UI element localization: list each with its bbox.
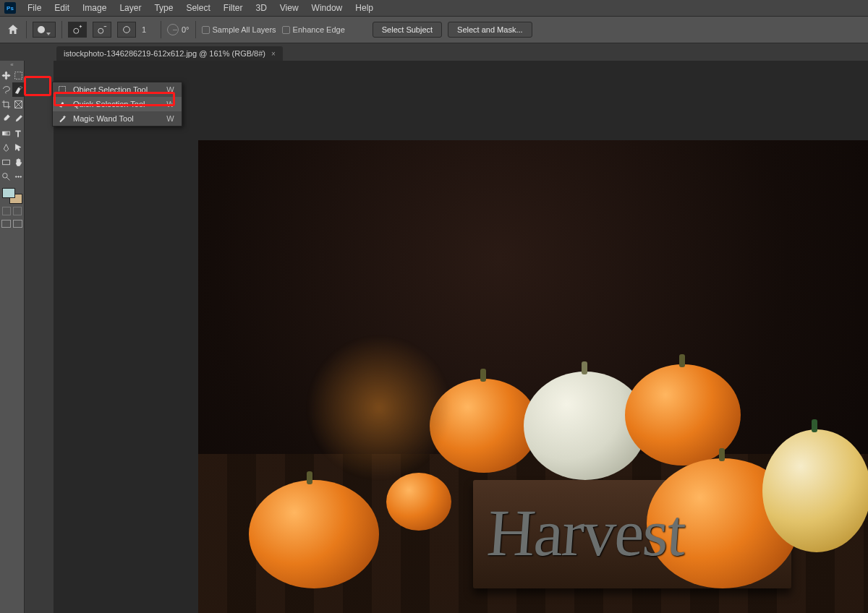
gradient-icon bbox=[1, 129, 11, 138]
flyout-object-selection[interactable]: Object Selection Tool W bbox=[53, 82, 182, 97]
brush-angle-value: 0° bbox=[182, 25, 190, 34]
move-tool[interactable] bbox=[0, 68, 12, 82]
object-selection-icon bbox=[57, 85, 67, 95]
select-and-mask-button[interactable]: Select and Mask... bbox=[448, 22, 532, 38]
quick-selection-tool[interactable] bbox=[12, 82, 25, 97]
flyout-item-label: Magic Wand Tool bbox=[73, 114, 134, 123]
menu-3d[interactable]: 3D bbox=[250, 1, 272, 14]
toolbox: « T bbox=[0, 61, 25, 613]
svg-point-9 bbox=[3, 173, 8, 178]
workspace: « T bbox=[0, 61, 868, 613]
sample-all-layers-label: Sample All Layers bbox=[213, 25, 276, 34]
svg-rect-6 bbox=[3, 132, 10, 135]
document-tab-title: istockphoto-1346286219-612x612.jpg @ 161… bbox=[64, 49, 265, 58]
brush-plus-icon bbox=[72, 25, 82, 35]
enhance-edge-label: Enhance Edge bbox=[293, 25, 345, 34]
toolbox-collapse-toggle[interactable]: « bbox=[0, 61, 24, 68]
zoom-tool[interactable] bbox=[0, 169, 12, 184]
gradient-tool[interactable] bbox=[0, 126, 12, 140]
pen-tool[interactable] bbox=[0, 140, 12, 155]
home-button[interactable] bbox=[6, 23, 20, 36]
quick-selection-icon bbox=[57, 99, 67, 109]
scene-stem bbox=[480, 369, 486, 382]
menu-filter[interactable]: Filter bbox=[218, 1, 249, 14]
subtract-from-selection-button[interactable] bbox=[93, 22, 111, 38]
move-icon bbox=[1, 71, 11, 80]
hand-tool[interactable] bbox=[12, 155, 25, 169]
sample-all-layers-checkbox[interactable]: Sample All Layers bbox=[202, 25, 276, 34]
color-swatch[interactable] bbox=[2, 188, 22, 204]
flyout-item-shortcut: W bbox=[153, 114, 174, 123]
type-tool[interactable]: T bbox=[12, 126, 25, 140]
brush-size-value: 1 bbox=[142, 25, 155, 34]
flyout-quick-selection[interactable]: Quick Selection Tool W bbox=[53, 97, 182, 111]
rectangle-icon bbox=[1, 158, 11, 167]
screen-mode-button[interactable] bbox=[1, 220, 11, 228]
paintbrush-icon bbox=[14, 114, 23, 124]
document-canvas[interactable]: Harvest bbox=[198, 140, 868, 613]
brush-minus-icon bbox=[97, 25, 107, 35]
mask-mode-toggles bbox=[0, 207, 24, 215]
menu-select[interactable]: Select bbox=[180, 1, 216, 14]
lasso-tool[interactable] bbox=[0, 82, 12, 97]
magic-wand-icon bbox=[57, 113, 67, 124]
checkbox-icon bbox=[282, 26, 290, 34]
path-selection-tool[interactable] bbox=[12, 140, 25, 155]
arrow-icon bbox=[14, 143, 23, 153]
flyout-magic-wand[interactable]: Magic Wand Tool W bbox=[53, 111, 182, 126]
standard-mode-button[interactable] bbox=[2, 207, 11, 215]
marquee-icon bbox=[14, 71, 23, 80]
scene-sign-text: Harvest bbox=[485, 494, 687, 571]
scene-stem bbox=[812, 419, 817, 432]
screen-mode-button[interactable] bbox=[13, 220, 22, 228]
selection-tool-flyout: Object Selection Tool W Quick Selection … bbox=[52, 82, 182, 127]
document-tab[interactable]: istockphoto-1346286219-612x612.jpg @ 161… bbox=[56, 46, 283, 61]
crop-icon bbox=[1, 100, 11, 109]
menu-view[interactable]: View bbox=[274, 1, 305, 14]
menu-edit[interactable]: Edit bbox=[48, 1, 75, 14]
options-bar: 1 0° Sample All Layers Enhance Edge Sele… bbox=[0, 16, 868, 43]
menu-image[interactable]: Image bbox=[77, 1, 112, 14]
brush-options-button[interactable] bbox=[117, 22, 136, 38]
menu-layer[interactable]: Layer bbox=[114, 1, 147, 14]
close-icon[interactable]: × bbox=[271, 50, 276, 58]
quick-mask-button[interactable] bbox=[13, 207, 22, 215]
menu-help[interactable]: Help bbox=[349, 1, 379, 14]
chevron-down-icon bbox=[46, 33, 51, 35]
panel-gutter bbox=[25, 61, 54, 613]
brush-angle-control[interactable]: 0° bbox=[167, 24, 190, 35]
menu-type[interactable]: Type bbox=[148, 1, 179, 14]
app-logo: Ps bbox=[4, 2, 16, 14]
eyedropper-tool[interactable] bbox=[0, 111, 12, 126]
brush-icon bbox=[122, 25, 132, 35]
marquee-tool[interactable] bbox=[12, 68, 25, 82]
menu-file[interactable]: File bbox=[22, 1, 47, 14]
canvas-area[interactable]: Harvest bbox=[54, 61, 868, 613]
enhance-edge-checkbox[interactable]: Enhance Edge bbox=[282, 25, 345, 34]
svg-rect-8 bbox=[3, 160, 10, 165]
frame-tool[interactable] bbox=[12, 97, 25, 111]
svg-point-10 bbox=[15, 176, 17, 177]
scene-stem bbox=[719, 448, 725, 461]
scene-gourd bbox=[762, 429, 868, 552]
zoom-icon bbox=[1, 172, 11, 181]
angle-dial-icon bbox=[167, 24, 179, 35]
type-icon: T bbox=[14, 129, 23, 138]
foreground-color-swatch[interactable] bbox=[2, 188, 15, 198]
rectangle-tool[interactable] bbox=[0, 155, 12, 169]
crop-tool[interactable] bbox=[0, 97, 12, 111]
add-to-selection-button[interactable] bbox=[68, 22, 87, 38]
tool-preset-picker[interactable] bbox=[33, 22, 56, 38]
menu-window[interactable]: Window bbox=[306, 1, 349, 14]
select-subject-button[interactable]: Select Subject bbox=[373, 22, 442, 38]
svg-rect-13 bbox=[59, 87, 66, 93]
svg-point-2 bbox=[124, 27, 130, 33]
quick-selection-icon bbox=[14, 85, 23, 95]
brush-tool[interactable] bbox=[12, 111, 25, 126]
flyout-item-shortcut: W bbox=[153, 85, 174, 94]
extra-tool[interactable] bbox=[12, 169, 25, 184]
svg-point-1 bbox=[98, 28, 103, 33]
svg-point-11 bbox=[18, 176, 20, 177]
checkbox-icon bbox=[202, 26, 210, 34]
svg-point-4 bbox=[20, 86, 22, 88]
